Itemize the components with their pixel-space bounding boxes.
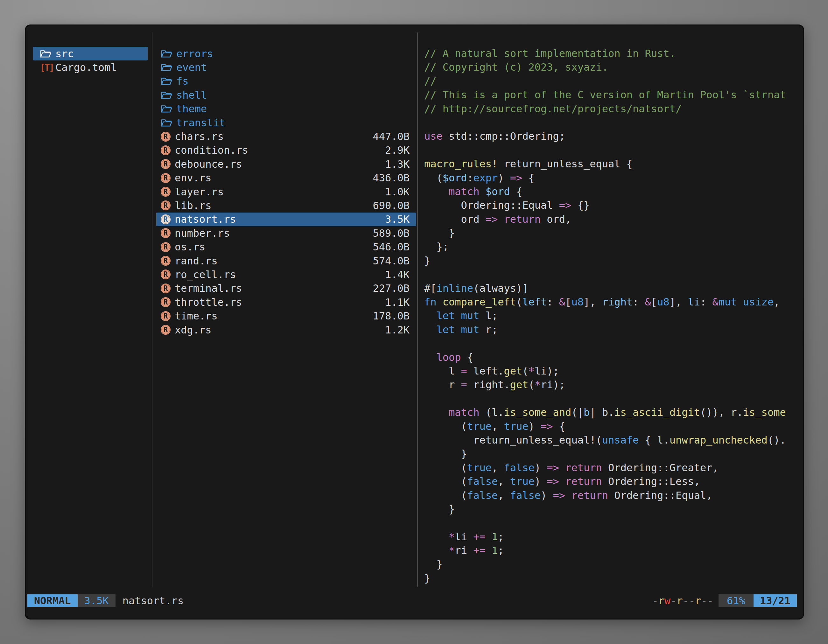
- rust-icon: R: [161, 242, 171, 252]
- entry-name: chars.rs: [175, 130, 224, 143]
- code-line: (true, false) => return Ordering::Greate…: [424, 461, 800, 475]
- entry-size: 2.9K: [385, 144, 409, 156]
- file-row[interactable]: Rchars.rs447.0B: [156, 130, 416, 143]
- file-row[interactable]: [T]Cargo.toml: [33, 60, 147, 74]
- folder-open-icon: [161, 90, 172, 100]
- file-row[interactable]: Rrand.rs574.0B: [156, 254, 416, 268]
- file-row[interactable]: Rro_cell.rs1.4K: [156, 268, 416, 281]
- entry-name: translit: [176, 117, 225, 129]
- file-row[interactable]: Rthrottle.rs1.1K: [156, 295, 416, 309]
- file-row[interactable]: Rnumber.rs589.0B: [156, 226, 416, 240]
- code-line: return_unless_equal!(unsafe { l.unwrap_u…: [424, 433, 800, 447]
- pane-divider: [417, 33, 418, 587]
- file-size-badge: 3.5K: [78, 594, 116, 607]
- file-row[interactable]: Ros.rs546.0B: [156, 240, 416, 254]
- folder-open-icon: [161, 118, 172, 128]
- code-line: }: [424, 447, 800, 461]
- rust-icon: R: [161, 311, 171, 321]
- entry-size: 1.3K: [385, 158, 409, 170]
- dir-row[interactable]: event: [156, 60, 416, 74]
- code-line: macro_rules! return_unless_equal {: [424, 157, 800, 171]
- code-line: fn compare_left(left: &[u8], right: &[u8…: [424, 295, 800, 309]
- status-right: -rw-r--r-- 61% 13/21: [652, 594, 797, 607]
- mode-badge: NORMAL: [27, 594, 78, 607]
- file-row[interactable]: Rlib.rs690.0B: [156, 199, 416, 212]
- code-line: loop {: [424, 351, 800, 364]
- code-line: let mut r;: [424, 323, 800, 337]
- code-line: (false, false) => return Ordering::Equal…: [424, 489, 800, 502]
- file-row[interactable]: Rterminal.rs227.0B: [156, 282, 416, 295]
- file-row[interactable]: Rdebounce.rs1.3K: [156, 157, 416, 171]
- code-line: (false, true) => return Ordering::Less,: [424, 475, 800, 489]
- permissions: -rw-r--r--: [652, 595, 714, 607]
- rust-icon: R: [161, 256, 171, 266]
- perm-char: -: [671, 595, 676, 607]
- perm-char: r: [695, 595, 701, 607]
- file-row[interactable]: Rlayer.rs1.0K: [156, 185, 416, 199]
- perm-char: -: [652, 595, 658, 607]
- dir-row[interactable]: src: [33, 47, 147, 60]
- code-line: (true, true) => {: [424, 420, 800, 433]
- entry-size: 178.0B: [373, 310, 409, 322]
- file-row[interactable]: Rnatsort.rs3.5K: [156, 213, 416, 226]
- entry-size: 589.0B: [373, 227, 409, 239]
- entry-name: errors: [176, 48, 213, 60]
- code-line: }: [424, 558, 800, 571]
- entry-name: env.rs: [175, 172, 212, 184]
- code-line: ($ord:expr) => {: [424, 171, 800, 185]
- entry-name: lib.rs: [175, 199, 212, 212]
- pane-divider: [152, 33, 152, 587]
- rust-icon: R: [161, 159, 171, 169]
- code-line: l = left.get(*li);: [424, 364, 800, 378]
- file-row[interactable]: Renv.rs436.0B: [156, 171, 416, 185]
- perm-char: w: [665, 595, 671, 607]
- entry-name: condition.rs: [175, 144, 248, 156]
- rust-icon: R: [161, 284, 171, 293]
- code-line: match $ord {: [424, 185, 800, 199]
- scroll-percent-badge: 61%: [718, 594, 754, 607]
- preview-pane: // A natural sort implementation in Rust…: [424, 47, 800, 588]
- rust-icon: R: [161, 325, 171, 335]
- status-filename: natsort.rs: [122, 595, 184, 607]
- code-line: // Copyright (c) 2023, sxyazi.: [424, 60, 800, 74]
- code-line: [424, 516, 800, 530]
- entry-name: ro_cell.rs: [175, 268, 236, 280]
- code-line: match (l.is_some_and(|b| b.is_ascii_digi…: [424, 406, 800, 419]
- entry-size: 574.0B: [373, 255, 409, 267]
- entry-name: theme: [176, 103, 207, 115]
- entry-name: natsort.rs: [175, 213, 236, 225]
- rust-icon: R: [161, 132, 171, 142]
- file-row[interactable]: Rtime.rs178.0B: [156, 309, 416, 323]
- rust-icon: R: [161, 173, 171, 183]
- code-line: #[inline(always)]: [424, 282, 800, 295]
- dir-row[interactable]: theme: [156, 102, 416, 116]
- entry-size: 1.2K: [385, 324, 409, 336]
- folder-open-icon: [161, 63, 172, 72]
- perm-char: r: [676, 595, 682, 607]
- status-bar: NORMAL 3.5K natsort.rs -rw-r--r-- 61% 13…: [27, 594, 797, 607]
- code-line: //: [424, 74, 800, 88]
- entry-size: 227.0B: [373, 282, 409, 294]
- entry-name: os.rs: [175, 241, 205, 253]
- perm-char: --: [683, 595, 695, 607]
- entry-name: fs: [176, 75, 189, 87]
- code-line: [424, 392, 800, 406]
- rust-icon: R: [161, 187, 171, 197]
- code-line: // A natural sort implementation in Rust…: [424, 47, 800, 60]
- rust-icon: R: [161, 146, 171, 155]
- entry-size: 436.0B: [373, 172, 409, 184]
- dir-row[interactable]: translit: [156, 116, 416, 130]
- entry-name: layer.rs: [175, 186, 224, 198]
- folder-open-icon: [161, 76, 172, 86]
- code-line: [424, 337, 800, 350]
- entry-name: rand.rs: [175, 255, 218, 267]
- folder-open-icon: [161, 104, 172, 114]
- perm-char: --: [701, 595, 714, 607]
- file-row[interactable]: Rcondition.rs2.9K: [156, 144, 416, 157]
- entry-size: 447.0B: [373, 130, 409, 143]
- dir-row[interactable]: errors: [156, 47, 416, 60]
- file-row[interactable]: Rxdg.rs1.2K: [156, 323, 416, 337]
- code-line: r = right.get(*ri);: [424, 378, 800, 392]
- dir-row[interactable]: fs: [156, 74, 416, 88]
- dir-row[interactable]: shell: [156, 88, 416, 102]
